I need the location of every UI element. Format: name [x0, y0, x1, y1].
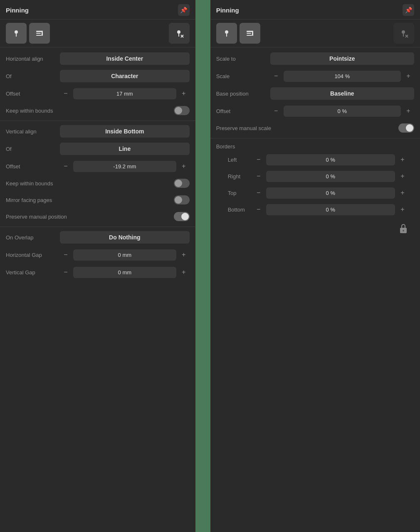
svg-rect-17 — [403, 34, 404, 37]
horizontal-gap-stepper: − 0 mm + — [60, 249, 190, 261]
borders-left-label: Left — [228, 157, 253, 163]
borders-left-minus[interactable]: − — [253, 153, 264, 166]
right-toolbar — [210, 20, 420, 47]
preserve-manual-scale-toggle[interactable] — [398, 123, 414, 133]
left-toolbar — [0, 20, 195, 47]
on-overlap-row: On Overlap Do Nothing — [0, 229, 195, 246]
right-offset-plus[interactable]: + — [403, 105, 414, 117]
right-panel-pin-button[interactable]: 📌 — [403, 4, 414, 16]
borders-left-plus[interactable]: + — [397, 153, 408, 166]
svg-rect-5 — [42, 32, 43, 36]
vertical-gap-row: Vertical Gap − 0 mm + — [0, 264, 195, 281]
right-panel: Pinning 📌 — [210, 0, 420, 532]
vertical-offset-plus[interactable]: + — [178, 160, 190, 172]
horizontal-offset-value[interactable]: 17 mm — [73, 88, 176, 99]
borders-bottom-stepper: − 0 % + — [253, 203, 408, 216]
scale-to-value[interactable]: Pointsize — [270, 52, 414, 65]
borders-bottom-value[interactable]: 0 % — [266, 204, 395, 215]
mirror-facing-pages-label: Mirror facing pages — [6, 197, 174, 203]
horizontal-align-value[interactable]: Inside Center — [60, 52, 190, 65]
right-tool-pin-btn[interactable] — [216, 23, 237, 44]
keep-within-bounds-v-toggle[interactable] — [174, 179, 190, 188]
right-form: Scale to Pointsize Scale − 104 % + Base … — [210, 47, 420, 532]
svg-point-21 — [403, 230, 404, 232]
borders-top-value[interactable]: 0 % — [266, 187, 395, 199]
borders-left-stepper: − 0 % + — [253, 153, 408, 166]
borders-section-label: Borders — [210, 140, 420, 151]
scale-stepper: − 104 % + — [270, 70, 414, 82]
borders-left-value[interactable]: 0 % — [266, 154, 395, 165]
horizontal-offset-row: Offset − 17 mm + — [0, 85, 195, 102]
vertical-offset-minus[interactable]: − — [60, 160, 72, 172]
base-position-label: Base position — [216, 91, 270, 97]
lock-button[interactable] — [397, 221, 410, 236]
left-tool-align-btn[interactable] — [29, 23, 50, 44]
horizontal-gap-plus[interactable]: + — [178, 249, 190, 261]
left-tool-pin-btn[interactable] — [6, 23, 27, 44]
preserve-manual-position-toggle[interactable] — [174, 212, 190, 221]
borders-right-value[interactable]: 0 % — [266, 171, 395, 182]
scale-minus[interactable]: − — [270, 70, 282, 82]
scale-plus[interactable]: + — [403, 70, 414, 82]
keep-within-bounds-v-row: Keep within bounds — [0, 175, 195, 192]
right-tool-align-btn[interactable] — [240, 23, 260, 44]
horizontal-gap-label: Horizontal Gap — [6, 252, 60, 258]
vertical-offset-value[interactable]: -19.2 mm — [73, 161, 176, 172]
right-offset-minus[interactable]: − — [270, 105, 282, 117]
horizontal-align-label: Horizontal align — [6, 56, 60, 62]
vertical-of-label: Of — [6, 146, 60, 152]
horizontal-offset-plus[interactable]: + — [178, 87, 190, 100]
borders-top-row: Top − 0 % + — [210, 185, 420, 201]
borders-right-plus[interactable]: + — [397, 170, 408, 182]
svg-rect-3 — [36, 33, 41, 34]
horizontal-gap-minus[interactable]: − — [60, 249, 72, 261]
mirror-facing-pages-row: Mirror facing pages — [0, 192, 195, 208]
vertical-gap-value[interactable]: 0 mm — [73, 267, 176, 278]
borders-top-plus[interactable]: + — [397, 187, 408, 199]
borders-bottom-plus[interactable]: + — [397, 203, 408, 216]
left-panel: Pinning 📌 — [0, 0, 195, 532]
left-tool-pin-remove-btn[interactable] — [169, 23, 190, 44]
left-panel-pin-button[interactable]: 📌 — [178, 4, 190, 16]
right-offset-value[interactable]: 0 % — [284, 106, 401, 117]
on-overlap-value[interactable]: Do Nothing — [60, 231, 190, 244]
vertical-gap-stepper: − 0 mm + — [60, 266, 190, 278]
vertical-align-value[interactable]: Inside Bottom — [60, 125, 190, 138]
borders-bottom-label: Bottom — [228, 207, 253, 213]
borders-bottom-minus[interactable]: − — [253, 203, 264, 216]
vertical-offset-row: Offset − -19.2 mm + — [0, 158, 195, 175]
base-position-value[interactable]: Baseline — [270, 87, 414, 100]
vertical-gap-plus[interactable]: + — [178, 266, 190, 278]
on-overlap-label: On Overlap — [6, 234, 60, 241]
scale-label: Scale — [216, 73, 270, 79]
vertical-gap-minus[interactable]: − — [60, 266, 72, 278]
right-offset-stepper: − 0 % + — [270, 105, 414, 117]
right-tool-pin-remove-btn[interactable] — [393, 23, 414, 44]
borders-right-minus[interactable]: − — [253, 170, 264, 182]
left-panel-title: Pinning — [6, 7, 29, 14]
svg-point-0 — [15, 30, 18, 34]
scale-value[interactable]: 104 % — [284, 71, 401, 82]
right-offset-row: Offset − 0 % + — [210, 102, 420, 120]
vertical-of-value[interactable]: Line — [60, 143, 190, 155]
keep-within-bounds-h-toggle[interactable] — [174, 106, 190, 115]
vertical-align-label: Vertical align — [6, 128, 60, 135]
right-panel-header: Pinning 📌 — [210, 0, 420, 20]
scale-to-label: Scale to — [216, 56, 270, 62]
mirror-facing-pages-toggle[interactable] — [174, 195, 190, 204]
svg-rect-2 — [36, 31, 43, 32]
panel-separator — [195, 0, 210, 532]
borders-left-row: Left − 0 % + — [210, 151, 420, 168]
horizontal-offset-stepper: − 17 mm + — [60, 87, 190, 100]
borders-top-minus[interactable]: − — [253, 187, 264, 199]
svg-rect-12 — [247, 31, 253, 32]
borders-right-row: Right − 0 % + — [210, 168, 420, 185]
vertical-offset-stepper: − -19.2 mm + — [60, 160, 190, 172]
scale-row: Scale − 104 % + — [210, 67, 420, 85]
horizontal-of-value[interactable]: Character — [60, 70, 190, 82]
horizontal-gap-value[interactable]: 0 mm — [73, 249, 176, 261]
vertical-align-row: Vertical align Inside Bottom — [0, 123, 195, 140]
horizontal-offset-minus[interactable]: − — [60, 87, 72, 100]
vertical-gap-label: Vertical Gap — [6, 269, 60, 276]
svg-rect-15 — [252, 32, 253, 36]
